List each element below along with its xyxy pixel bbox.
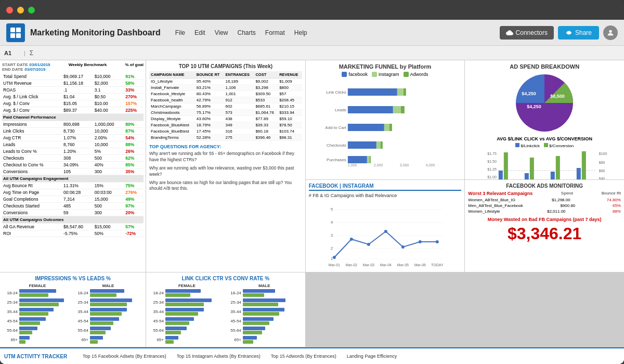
- female-bars: 18-24 25-34 35-44 45-54 55-64 65+: [149, 289, 225, 344]
- row-label: Avg CTR: [2, 135, 62, 141]
- bar-impressions: [90, 327, 111, 330]
- menu-view[interactable]: View: [211, 27, 232, 38]
- female-label: FEMALE: [149, 283, 225, 288]
- row-benchmark: 15%: [94, 183, 125, 189]
- maximize-button[interactable]: [28, 7, 35, 14]
- bar-group: [165, 298, 225, 306]
- bar-conv: [165, 331, 181, 334]
- close-button[interactable]: [6, 7, 13, 14]
- table-row: Checkouts Started48550097%: [2, 203, 144, 210]
- worst-campaigns-label: Worst 3 Relevant Campaigns: [468, 191, 532, 196]
- table-row: Facebook_health42.79%912$533$208.45: [149, 97, 302, 103]
- formula-divider: |: [24, 50, 25, 56]
- row-benchmark: 15,000: [94, 196, 125, 203]
- age-label: 18-24: [3, 291, 18, 295]
- svg-text:$1.75: $1.75: [488, 152, 497, 155]
- question-3: Why are bounce rates so high for our lan…: [149, 180, 302, 192]
- ctr-female-col: FEMALE 18-24 25-34 35-44 45-54 55-64 65+: [149, 283, 225, 344]
- age-label: 35-44: [227, 309, 241, 314]
- impressions-female-col: FEMALE 18-24 25-34 35-44 45-54 55-64 65+: [3, 283, 72, 344]
- age-label: 35-44: [74, 309, 88, 314]
- male-label: MALE: [227, 283, 302, 288]
- campaign-bounce-3: 88%: [613, 209, 621, 214]
- row-label: Leads to Conv %: [2, 148, 62, 155]
- svg-text:$4,250: $4,250: [522, 91, 536, 96]
- age-label: 18-24: [227, 291, 241, 295]
- row-value: 800,698: [62, 121, 94, 128]
- menu-edit[interactable]: Edit: [190, 27, 210, 38]
- connectors-button[interactable]: Connectors: [500, 26, 554, 40]
- menu-file[interactable]: File: [171, 27, 189, 38]
- row-label: Avg Bounce Rt: [2, 183, 62, 189]
- age-label: 55-64: [149, 328, 164, 333]
- link-ctr-cols: FEMALE 18-24 25-34 35-44 45-54 55-64 65+…: [149, 283, 302, 344]
- table-header-row: CAMPAIGN NAME BOUNCE RT ENTRANCES COST R…: [149, 71, 302, 79]
- campaign-name-3: Women_Lifestyle: [468, 209, 500, 214]
- cell-name: IG_Lifestyle: [149, 79, 195, 85]
- row-value: 485: [62, 203, 94, 210]
- row-label: All GA Revenue: [2, 224, 62, 230]
- row-benchmark: 10,000: [94, 128, 125, 135]
- legend-instagram: instagram: [372, 72, 399, 77]
- svg-rect-17: [347, 124, 384, 131]
- row-pct: 58%: [124, 80, 144, 87]
- svg-text:4: 4: [330, 220, 333, 225]
- question-1: Why aren't we running ads for 55 - 65+ d…: [149, 151, 302, 163]
- bar-group: [19, 298, 72, 306]
- row-pct: 88%: [124, 141, 144, 148]
- legend-dot-adwords: [404, 72, 409, 77]
- minimize-button[interactable]: [17, 7, 24, 14]
- row-pct: 85%: [124, 162, 144, 168]
- col-campaign-name: CAMPAIGN NAME: [149, 71, 195, 79]
- campaign-bounce-1: 74.80%: [607, 198, 621, 202]
- bar-group: [165, 336, 225, 344]
- menu-charts[interactable]: Charts: [233, 27, 260, 38]
- row-label: ROI: [2, 230, 62, 237]
- bar-conv: [165, 321, 189, 325]
- table-row: Leads to Conv %1.20%5%26%: [2, 148, 144, 155]
- bar-conv: [243, 331, 263, 334]
- male-label: MALE: [74, 283, 142, 288]
- bar-group: [90, 336, 142, 344]
- menu-format[interactable]: Format: [261, 27, 289, 38]
- avg-chart-title: AVG $/LINK CLICK vs AVG $/CONVERSION: [468, 136, 621, 141]
- bar-leads: [19, 321, 40, 325]
- utm-title: TOP 10 UTM CAMPAIGNS (This Week): [149, 63, 302, 69]
- row-benchmark: $2,000: [94, 80, 125, 87]
- avg-bar-chart: $1.75 $1.50 $1.25 $1.00 $0.50 $100 $80 $…: [468, 150, 621, 179]
- user-avatar[interactable]: [603, 25, 618, 40]
- row-value: .1: [62, 87, 94, 94]
- bar-ctr: [165, 289, 201, 293]
- legend-label-adwords: Adwords: [410, 72, 428, 77]
- bar-leads: [90, 331, 106, 334]
- svg-rect-19: [389, 124, 392, 131]
- row-value: 8,760: [62, 141, 94, 148]
- bar-leads: [19, 293, 48, 297]
- bar-ctr: [243, 327, 265, 330]
- date-section: START DATE 03/01/2019 END DATE 03/07/201…: [2, 62, 50, 72]
- menu-help[interactable]: Help: [290, 27, 311, 38]
- svg-rect-18: [384, 124, 389, 131]
- bar-group: [19, 289, 72, 297]
- bar-group: [19, 336, 72, 344]
- svg-text:Mar-06: Mar-06: [414, 263, 425, 267]
- svg-rect-14: [347, 106, 393, 113]
- share-button[interactable]: Share: [558, 26, 599, 40]
- age-label: 25-34: [3, 300, 18, 305]
- bar-row-25-34: 25-34: [3, 298, 72, 306]
- bar-impressions: [90, 308, 127, 311]
- row-pct: 35%: [124, 168, 144, 175]
- money-wasted-label: Money Wasted on Bad FB Campaigns (past 7…: [468, 217, 621, 222]
- fb-title: FACEBOOK | INSTAGRAM: [309, 183, 462, 191]
- svg-rect-16: [400, 106, 404, 113]
- pie-chart-container: $4,250 $8,500 $4,250: [468, 72, 621, 134]
- bar-leads: [19, 331, 32, 334]
- svg-text:$1.25: $1.25: [488, 167, 497, 171]
- row-benchmark: 300: [94, 210, 125, 216]
- bar-group: [19, 308, 72, 316]
- bar-impressions: [19, 289, 56, 293]
- svg-text:5: 5: [330, 207, 333, 212]
- bar-conv: [165, 312, 198, 316]
- svg-text:3,000: 3,000: [399, 163, 409, 167]
- bar-leads: [90, 303, 127, 306]
